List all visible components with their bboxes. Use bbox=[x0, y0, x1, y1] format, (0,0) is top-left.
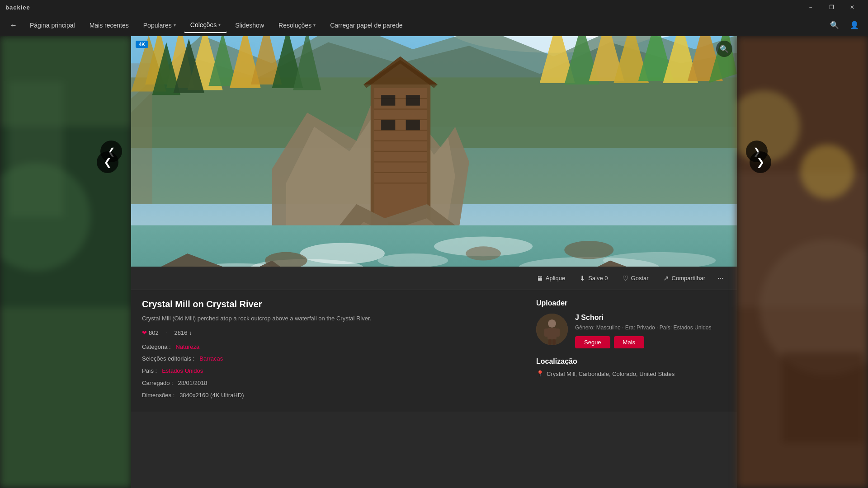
avatar bbox=[536, 314, 568, 345]
action-bar: 🖥 Aplique ⬇ Salve 0 ♡ Gostar ↗ Compartil… bbox=[131, 267, 737, 290]
titlebar: backiee − ❐ ✕ bbox=[0, 0, 868, 14]
apply-icon: 🖥 bbox=[536, 274, 543, 282]
save-button[interactable]: ⬇ Salve 0 bbox=[573, 272, 614, 285]
photo-title: Crystal Mill on Crystal River bbox=[142, 299, 518, 310]
prev-arrow-icon: ❮ bbox=[104, 156, 112, 168]
location-text: 📍 Crystal Mill, Carbondale, Colorado, Un… bbox=[536, 370, 726, 377]
nav-item-collections[interactable]: Coleções ▾ bbox=[184, 18, 227, 33]
editorial-link[interactable]: Barracas bbox=[199, 355, 223, 362]
like-icon: ♡ bbox=[623, 274, 628, 282]
stats-row: ❤ 802 · 2816 ↓ bbox=[142, 329, 518, 336]
svg-rect-77 bbox=[544, 328, 549, 337]
nav-item-popular[interactable]: Populares ▾ bbox=[137, 18, 182, 33]
nav-item-slideshow[interactable]: Slideshow bbox=[229, 18, 270, 33]
more-user-button[interactable]: Mais bbox=[614, 336, 644, 348]
uploader-meta: Gênero: Masculino · Era: Privado · País:… bbox=[575, 324, 726, 332]
country-row: País : Estados Unidos bbox=[142, 366, 518, 376]
follow-button[interactable]: Segue bbox=[575, 336, 610, 348]
left-sidebar-blur bbox=[0, 36, 131, 488]
apply-button[interactable]: 🖥 Aplique bbox=[530, 272, 571, 285]
nav-item-home[interactable]: Página principal bbox=[24, 18, 81, 33]
category-link[interactable]: Natureza bbox=[175, 343, 199, 350]
close-button[interactable]: ✕ bbox=[842, 0, 863, 14]
dimensions-row: Dimensões : 3840x2160 (4K UltraHD) bbox=[142, 391, 518, 400]
country-link[interactable]: Estados Unidos bbox=[162, 367, 203, 374]
account-button[interactable]: 👤 bbox=[846, 17, 863, 33]
nav-item-resolutions[interactable]: Resoluções ▾ bbox=[272, 18, 322, 33]
popular-chevron: ▾ bbox=[174, 23, 176, 28]
restore-button[interactable]: ❐ bbox=[821, 0, 842, 14]
right-sidebar-blur bbox=[737, 36, 868, 488]
main-content: ❮ ❯ bbox=[0, 36, 868, 488]
photo-description: Crystal Mill (Old Mill) perched atop a r… bbox=[142, 314, 518, 323]
titlebar-controls: − ❐ ✕ bbox=[800, 0, 863, 14]
svg-rect-48 bbox=[381, 95, 395, 105]
uploader-info: J Schori Gênero: Masculino · Era: Privad… bbox=[575, 314, 726, 348]
uploader-section-title: Uploader bbox=[536, 299, 726, 307]
center-panel: ❮ ❯ bbox=[131, 36, 737, 488]
uploader-buttons: Segue Mais bbox=[575, 336, 726, 348]
svg-rect-51 bbox=[406, 120, 420, 130]
uploader-card: J Schori Gênero: Masculino · Era: Privad… bbox=[536, 314, 726, 348]
nav-item-upload[interactable]: Carregar papel de parede bbox=[324, 18, 409, 33]
back-button[interactable]: ← bbox=[5, 17, 22, 33]
nav-right: 🔍 👤 bbox=[826, 17, 863, 33]
next-nav-button[interactable]: ❯ bbox=[750, 151, 771, 173]
next-arrow-icon: ❯ bbox=[756, 156, 764, 168]
location-section: Localização 📍 Crystal Mill, Carbondale, … bbox=[536, 357, 726, 377]
save-icon: ⬇ bbox=[580, 274, 585, 282]
badge-4k: 4K bbox=[136, 41, 148, 48]
svg-rect-50 bbox=[381, 120, 395, 130]
downloads-stat: 2816 ↓ bbox=[174, 329, 192, 336]
share-icon: ↗ bbox=[663, 274, 669, 282]
svg-rect-80 bbox=[552, 339, 556, 345]
svg-rect-78 bbox=[555, 328, 560, 337]
minimize-button[interactable]: − bbox=[800, 0, 821, 14]
prev-nav-button[interactable]: ❮ bbox=[97, 151, 118, 173]
location-pin-icon: 📍 bbox=[536, 370, 544, 377]
svg-point-75 bbox=[548, 319, 556, 328]
location-title: Localização bbox=[536, 357, 726, 366]
avatar-image bbox=[536, 314, 568, 345]
heart-icon: ❤ bbox=[142, 329, 147, 336]
info-left: Crystal Mill on Crystal River Crystal Mi… bbox=[142, 299, 536, 403]
svg-point-69 bbox=[466, 246, 501, 260]
likes-stat: ❤ 802 bbox=[142, 329, 159, 336]
image-search-button[interactable]: 🔍 bbox=[716, 41, 732, 57]
share-button[interactable]: ↗ Compartilhar bbox=[657, 272, 712, 285]
nav-item-recent[interactable]: Mais recentes bbox=[83, 18, 135, 33]
navbar: ← Página principal Mais recentes Popular… bbox=[0, 14, 868, 36]
editorial-row: Seleções editoriais : Barracas bbox=[142, 354, 518, 364]
svg-rect-84 bbox=[782, 352, 863, 443]
svg-rect-79 bbox=[548, 339, 552, 345]
main-image: 4K 🔍 bbox=[131, 36, 737, 267]
titlebar-left: backiee bbox=[5, 4, 30, 11]
info-right: Uploader bbox=[536, 299, 726, 403]
svg-point-86 bbox=[800, 145, 854, 199]
info-area: Crystal Mill on Crystal River Crystal Mi… bbox=[131, 290, 737, 412]
svg-point-70 bbox=[564, 241, 613, 259]
app-name: backiee bbox=[5, 4, 30, 11]
svg-rect-49 bbox=[406, 95, 420, 105]
resolutions-chevron: ▾ bbox=[313, 23, 316, 28]
uploaded-row: Carregado : 28/01/2018 bbox=[142, 379, 518, 388]
uploader-name: J Schori bbox=[575, 314, 726, 322]
more-options-button[interactable]: ··· bbox=[713, 271, 728, 286]
like-button[interactable]: ♡ Gostar bbox=[616, 272, 655, 285]
image-wrapper: ❮ ❯ bbox=[131, 36, 737, 412]
search-button[interactable]: 🔍 bbox=[826, 17, 843, 33]
category-row: Categoria : Natureza bbox=[142, 343, 518, 352]
collections-chevron: ▾ bbox=[218, 22, 221, 27]
image-search-icon: 🔍 bbox=[720, 45, 729, 53]
